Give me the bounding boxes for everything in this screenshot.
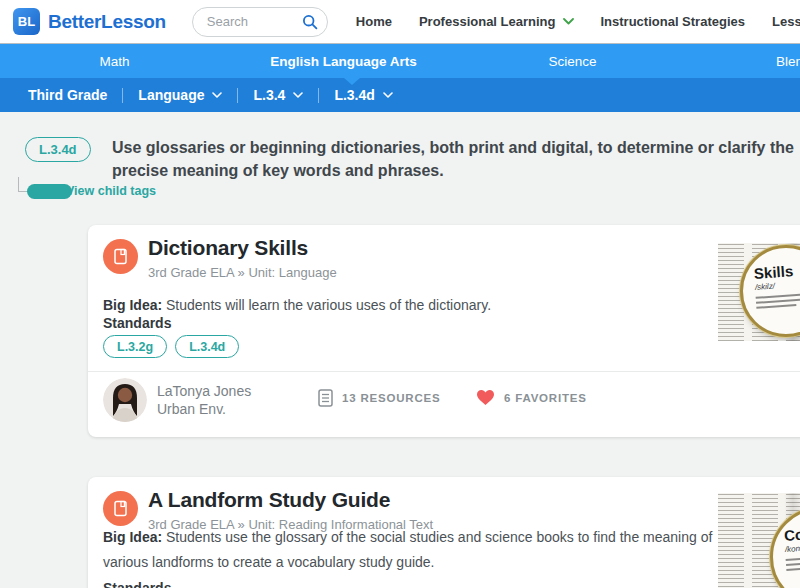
breadcrumb-third-grade-label: Third Grade (28, 87, 107, 103)
lesson-book-icon (103, 491, 138, 526)
page: BL BetterLesson Home Professional Learni… (0, 0, 800, 588)
standard-badge[interactable]: L.3.2g (103, 335, 167, 358)
lesson-title[interactable]: A Landform Study Guide (148, 488, 390, 512)
tab-english-language-arts[interactable]: English Language Arts (229, 44, 458, 78)
subject-tab-bar: Math English Language Arts Science Blend (0, 44, 800, 78)
nav-professional-learning[interactable]: Professional Learning (419, 14, 574, 29)
thumbnail-definition-lines (756, 293, 800, 309)
breadcrumb-l34d-label: L.3.4d (334, 87, 374, 103)
search-box[interactable] (192, 7, 328, 37)
search-icon[interactable] (302, 14, 318, 30)
breadcrumb-third-grade[interactable]: Third Grade (28, 87, 107, 103)
standards-badge-row: L.3.2g L.3.4d (103, 335, 239, 358)
big-idea-label: Big Idea: (103, 297, 162, 313)
active-tab-pointer (344, 78, 360, 85)
lesson-subtitle: 3rd Grade ELA » Unit: Language (148, 265, 337, 280)
nav-instructional-strategies-label: Instructional Strategies (601, 14, 745, 29)
tab-math[interactable]: Math (0, 44, 229, 78)
chevron-down-icon (212, 92, 222, 98)
magnifier-lens: Concept /kon-cept/ (770, 507, 800, 588)
view-child-tags-label[interactable]: View child tags (66, 184, 156, 199)
lesson-title[interactable]: Dictionary Skills (148, 236, 308, 260)
author-organization: Urban Env. (157, 401, 226, 417)
breadcrumb: Third Grade Language L.3.4 L.3.4d (0, 78, 800, 112)
chevron-down-icon (383, 92, 393, 98)
nav-home[interactable]: Home (356, 14, 392, 29)
main-nav: Home Professional Learning Instructional… (356, 14, 800, 29)
thumbnail-word: Skills (753, 262, 800, 282)
breadcrumb-separator (318, 88, 319, 103)
standard-code-badge: L.3.4d (25, 137, 91, 162)
favorites-label: 6 FAVORITES (504, 392, 587, 404)
resources-doc-icon (318, 389, 333, 407)
favorites-count: 6 FAVORITES (476, 389, 587, 406)
lesson-thumbnail-dictionary: Concept /kon-cept/ (718, 493, 800, 588)
tab-blended[interactable]: Blend (687, 44, 800, 78)
thumbnail-word: Concept (783, 524, 800, 544)
lesson-big-idea: Big Idea: Students use the glossary of t… (103, 525, 731, 575)
lesson-big-idea: Big Idea: Students will learn the variou… (103, 295, 743, 316)
logo-mark-icon: BL (13, 8, 40, 35)
standards-heading: Standards (103, 315, 171, 331)
resources-label: 13 RESOURCES (342, 392, 440, 404)
big-idea-text: Students use the glossary of the social … (103, 529, 712, 570)
nav-lesson-plans-label: Lesson Plans (772, 14, 800, 29)
chevron-down-icon (563, 18, 574, 25)
nav-instructional-strategies[interactable]: Instructional Strategies (601, 14, 745, 29)
top-header: BL BetterLesson Home Professional Learni… (0, 0, 800, 44)
standard-badge[interactable]: L.3.4d (175, 335, 239, 358)
breadcrumb-l34-dropdown[interactable]: L.3.4 (253, 87, 303, 103)
logo-wordmark: BetterLesson (48, 11, 166, 33)
breadcrumb-separator (237, 88, 238, 103)
author-avatar[interactable] (103, 378, 147, 422)
lesson-book-icon (103, 239, 138, 274)
thumbnail-definition-lines (786, 555, 800, 571)
standard-description: Use glossaries or beginning dictionaries… (112, 136, 796, 182)
breadcrumb-language-dropdown[interactable]: Language (138, 87, 222, 103)
toggle-connector-line (18, 177, 27, 192)
breadcrumb-l34-label: L.3.4 (253, 87, 285, 103)
nav-professional-learning-label: Professional Learning (419, 14, 556, 29)
breadcrumb-l34d-dropdown[interactable]: L.3.4d (334, 87, 392, 103)
big-idea-text: Students will learn the various uses of … (166, 297, 491, 313)
lesson-card-landform-study-guide[interactable]: A Landform Study Guide 3rd Grade ELA » U… (88, 477, 800, 588)
magnifier-lens: Skills /skilz/ (740, 245, 800, 337)
nav-lesson-plans[interactable]: Lesson Plans (772, 14, 800, 29)
chevron-down-icon (293, 92, 303, 98)
card-divider (88, 371, 800, 372)
resources-count: 13 RESOURCES (318, 389, 440, 407)
logo[interactable]: BL BetterLesson (13, 8, 166, 35)
big-idea-label: Big Idea: (103, 529, 162, 545)
standards-heading: Standards (103, 580, 171, 588)
tab-science[interactable]: Science (458, 44, 687, 78)
heart-icon[interactable] (476, 389, 495, 406)
breadcrumb-separator (122, 88, 123, 103)
author-name[interactable]: LaTonya Jones (157, 383, 251, 399)
lesson-card-dictionary-skills[interactable]: Dictionary Skills 3rd Grade ELA » Unit: … (88, 225, 800, 437)
breadcrumb-language-label: Language (138, 87, 204, 103)
nav-home-label: Home (356, 14, 392, 29)
lesson-thumbnail-dictionary: Skills /skilz/ (718, 243, 800, 341)
